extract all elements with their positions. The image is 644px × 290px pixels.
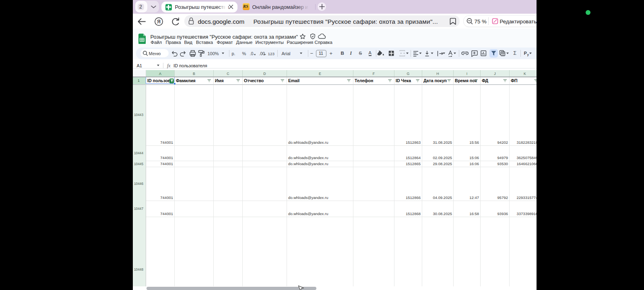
- svg-text:Я: Я: [157, 19, 161, 25]
- svg-text:fx: fx: [167, 63, 171, 68]
